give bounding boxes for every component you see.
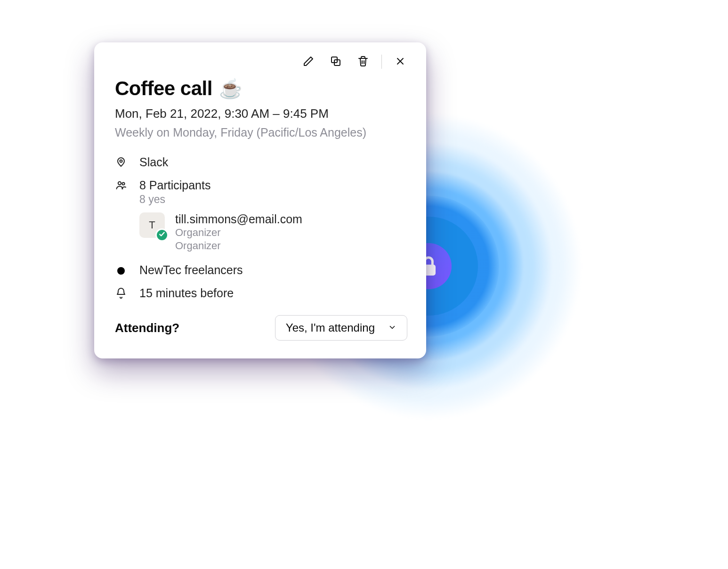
close-button[interactable] — [393, 55, 407, 69]
close-icon — [395, 56, 406, 68]
event-datetime: Mon, Feb 21, 2022, 9:30 AM – 9:45 PM — [115, 106, 407, 121]
calendar-color-dot-icon — [115, 263, 127, 275]
organizer-role-2: Organizer — [175, 239, 302, 252]
attending-label: Attending? — [115, 321, 179, 335]
copy-icon — [330, 56, 341, 68]
toolbar-divider — [381, 55, 382, 69]
reminder-text: 15 minutes before — [139, 286, 234, 300]
trash-icon — [357, 56, 369, 68]
delete-button[interactable] — [356, 55, 370, 69]
participants-count: 8 Participants — [139, 179, 210, 192]
attending-dropdown[interactable]: Yes, I'm attending — [275, 315, 407, 341]
event-emoji: ☕ — [219, 78, 243, 100]
calendar-name: NewTec freelancers — [139, 263, 243, 277]
organizer-email: till.simmons@email.com — [175, 212, 302, 226]
event-recurrence: Weekly on Monday, Friday (Pacific/Los An… — [115, 126, 407, 139]
chevron-down-icon — [388, 321, 396, 334]
event-detail-card: Coffee call ☕ Mon, Feb 21, 2022, 9:30 AM… — [94, 42, 426, 358]
reminder-row: 15 minutes before — [115, 286, 407, 300]
location-text: Slack — [139, 155, 168, 169]
bell-icon — [115, 286, 127, 299]
rsvp-accepted-badge — [155, 228, 169, 242]
participants-row: 8 Participants 8 yes — [115, 179, 407, 206]
organizer-role-1: Organizer — [175, 226, 302, 239]
people-icon — [115, 179, 127, 191]
location-row: Slack — [115, 155, 407, 169]
edit-button[interactable] — [301, 55, 315, 69]
svg-point-3 — [120, 160, 122, 163]
event-title: Coffee call — [115, 77, 212, 100]
attending-selected-value: Yes, I'm attending — [286, 321, 375, 334]
svg-point-5 — [122, 182, 124, 185]
location-pin-icon — [115, 155, 127, 168]
participants-yes-count: 8 yes — [139, 193, 210, 206]
check-icon — [159, 231, 165, 239]
calendar-row: NewTec freelancers — [115, 263, 407, 277]
svg-point-4 — [118, 182, 121, 185]
event-toolbar — [115, 55, 407, 69]
avatar: T — [139, 212, 165, 238]
pencil-icon — [303, 56, 314, 68]
organizer-entry: T till.simmons@email.com Organizer Organ… — [139, 212, 407, 252]
copy-button[interactable] — [329, 55, 343, 69]
